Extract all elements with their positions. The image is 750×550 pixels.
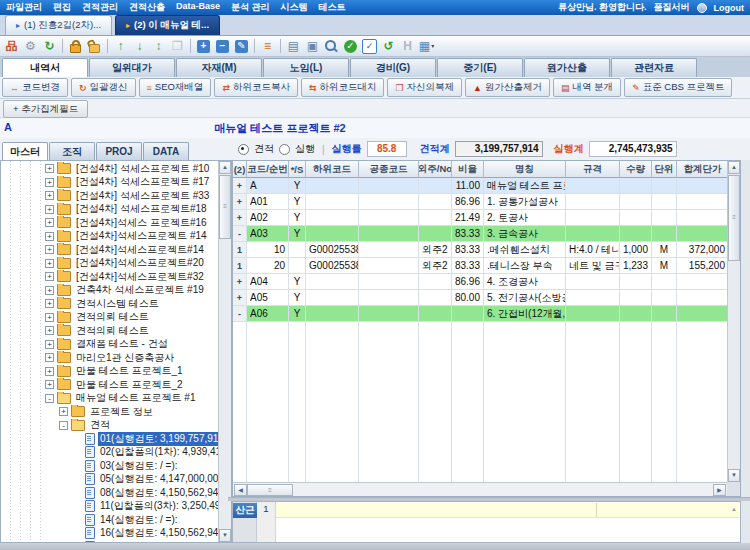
action-button-0[interactable]: ↔코드변경 [2, 78, 68, 97]
expand-plus-icon[interactable]: + [45, 232, 54, 241]
estimate-radio[interactable] [238, 144, 249, 155]
column-header-7[interactable]: 명칭 [484, 161, 566, 178]
tree-item[interactable]: 05(실행검토: 4,147,000,000 / 2,855, [1, 473, 218, 487]
tab-내역서[interactable]: 내역서 [2, 58, 88, 77]
column-header-9[interactable]: 수량 [620, 161, 652, 178]
tree-item[interactable]: 14(실행검토: / =): [1, 513, 218, 527]
expand-plus-icon[interactable]: + [45, 313, 54, 322]
import-up-icon[interactable]: ↑ [112, 38, 129, 54]
document-tab-1[interactable]: ▸(2) 이 매뉴얼 테... [115, 15, 220, 35]
action-button-8[interactable]: ✎표준 CBS 프로젝트 [624, 78, 732, 97]
tree-scroll-thumb[interactable]: ≡ [219, 175, 231, 239]
action-button-3[interactable]: ⇄하위코드복사 [214, 78, 298, 97]
expand-plus-icon[interactable]: + [45, 259, 54, 268]
column-header-4[interactable]: 공종코드 [359, 161, 419, 178]
table-row[interactable]: +A04Y86.964. 조경공사 [233, 274, 740, 290]
expand-plus-icon[interactable]: + [45, 340, 54, 349]
document-icon[interactable]: ▤ [285, 38, 302, 54]
tab-DATA[interactable]: DATA [143, 142, 189, 160]
project-tree-icon[interactable]: 品 [3, 38, 20, 54]
tree-item[interactable]: +견적의뢰 테스트 [1, 311, 218, 325]
expand-plus-icon[interactable]: + [45, 164, 54, 173]
action-button-7[interactable]: ▤내역 분개 [553, 78, 621, 97]
scroll-down-icon[interactable]: ▼ [728, 469, 740, 482]
scroll-down-icon[interactable]: ▼ [219, 529, 231, 542]
action-button-6[interactable]: ▲원가산출제거 [465, 78, 550, 97]
expand-plus-icon[interactable]: + [45, 272, 54, 281]
tree-item[interactable]: 01(실행검토: 3,199,757,914 / 2,745, [1, 432, 218, 446]
execute-radio[interactable] [279, 144, 290, 155]
add-aggregate-field-button[interactable]: + 추가집계필드 [3, 100, 88, 118]
tree-item[interactable]: 11(입찰품의(3차): 3,250,490,627 / 2 [1, 500, 218, 514]
tree-item[interactable]: +만물 테스트 프로젝트_1 [1, 365, 218, 379]
column-header-6[interactable]: 비율 [452, 161, 484, 178]
tree-item[interactable]: +[건설4차]석세스프로젝트#32 [1, 270, 218, 284]
menu-item-7[interactable]: 테스트 [319, 1, 346, 14]
expand-plus-icon[interactable]: + [45, 299, 54, 308]
table-row[interactable]: 120G000255387외주283.33.테니스장 부속네트 및 금구1,23… [233, 258, 740, 274]
tree-item[interactable]: 16(실행검토: 4,150,562,949 / 4,150, [1, 527, 218, 541]
tab-자재(M)[interactable]: 자재(M) [176, 58, 262, 77]
tab-중기(E)[interactable]: 중기(E) [437, 58, 523, 77]
expand-plus-icon[interactable]: + [45, 191, 54, 200]
menu-item-2[interactable]: 견적관리 [82, 1, 118, 14]
grid-scroll-thumb[interactable]: ≡ [728, 175, 740, 261]
tree-item[interactable]: -견적 [1, 419, 218, 433]
expand-plus-icon[interactable]: + [45, 205, 54, 214]
tree-item[interactable]: +견적의뢰 테스트 [1, 324, 218, 338]
table-row[interactable]: +A01Y86.961. 공통가설공사 [233, 194, 740, 210]
tree-item[interactable]: 08(실행검토: 4,150,562,949 / 2,828, [1, 486, 218, 500]
table-row[interactable]: +A05Y80.005. 전기공사(소방공사) [233, 290, 740, 306]
tree-item[interactable]: +결재폼 테스트 - 건설 [1, 338, 218, 352]
expand-plus-icon[interactable]: + [45, 218, 54, 227]
menu-item-6[interactable]: 시스템 [281, 1, 308, 14]
search-icon[interactable] [323, 38, 340, 54]
expand-plus-icon[interactable]: + [45, 367, 54, 376]
check-circle-icon[interactable]: ✓ [342, 38, 359, 54]
insert-list-icon[interactable]: ≡ [259, 38, 276, 54]
expand-plus-icon[interactable]: + [45, 286, 54, 295]
expand-plus-icon[interactable]: + [45, 245, 54, 254]
lock-icon[interactable] [67, 38, 84, 54]
menu-item-1[interactable]: 편집 [53, 1, 71, 14]
tree-item[interactable]: +견적시스템 테스트 [1, 297, 218, 311]
checkbox-icon[interactable]: ✓ [361, 38, 378, 54]
tree-item[interactable]: +[건설4차]석세스 프로젝트#16 [1, 216, 218, 230]
tab-원가산출[interactable]: 원가산출 [524, 58, 610, 77]
expand-plus-icon[interactable]: + [45, 178, 54, 187]
tree-item[interactable]: +건축4차 석세스프로젝트 #19 [1, 284, 218, 298]
table-row[interactable]: +AY11.00매뉴얼 테스트 프로젝트 #2 [233, 178, 740, 194]
refresh-icon[interactable]: ↻ [41, 38, 58, 54]
menu-item-4[interactable]: Data-Base [176, 1, 220, 14]
collapse-minus-icon[interactable]: - [59, 421, 68, 430]
tree-item[interactable]: +[건설4차] 석세스프로젝트 #17 [1, 176, 218, 190]
menu-item-5[interactable]: 분석 관리 [231, 1, 270, 14]
tree-item[interactable]: +[건설4차]석세스프로젝트 #14 [1, 230, 218, 244]
action-button-5[interactable]: ❐자신의복제 [387, 78, 462, 97]
unlock-icon[interactable] [86, 38, 103, 54]
expand-plus-icon[interactable]: + [45, 353, 54, 362]
column-header-5[interactable]: 외주/No [419, 161, 452, 178]
h-disabled-icon[interactable]: H [399, 38, 416, 54]
tab-관련자료[interactable]: 관련자료 [611, 58, 697, 77]
scroll-up-icon[interactable]: ▲ [219, 161, 231, 174]
action-button-1[interactable]: ↻일괄갱신 [71, 78, 136, 97]
table-row[interactable]: +A02Y21.492. 토공사 [233, 210, 740, 226]
tree-item[interactable]: +[건설4차] 석세스프로젝트#18 [1, 203, 218, 217]
grid-hscrollbar[interactable]: ◀ ≡ ▶ [233, 482, 727, 496]
add-row-icon[interactable]: + [195, 38, 212, 54]
tree-item[interactable]: +[건설4차]석세스프로젝트#20 [1, 257, 218, 271]
scroll-left-icon[interactable]: ◀ [234, 484, 247, 496]
expand-plus-icon[interactable]: + [45, 326, 54, 335]
tab-조직[interactable]: 조직 [49, 142, 95, 160]
tree-item[interactable]: +[건설4차]석세스프로젝트#14 [1, 243, 218, 257]
scroll-right-icon[interactable]: ▶ [713, 484, 726, 496]
calc-input-line[interactable] [276, 503, 739, 518]
tree-item[interactable]: -매뉴얼 테스트 프로젝트 #1 [1, 392, 218, 406]
tree-item[interactable]: 03(실행검토: / =): [1, 459, 218, 473]
tree-item[interactable]: +[건설4차] 석세스프로젝트 #33 [1, 189, 218, 203]
tab-마스터[interactable]: 마스터 [2, 142, 48, 160]
table-row[interactable]: 110G000255386외주283.33.메쉬휀스설치H:4.0 / 테니스1… [233, 242, 740, 258]
calc-tab[interactable]: 산근 [233, 503, 257, 518]
table-row[interactable]: -A06Y6. 간접비(12개월, 주택신축) [233, 306, 740, 322]
